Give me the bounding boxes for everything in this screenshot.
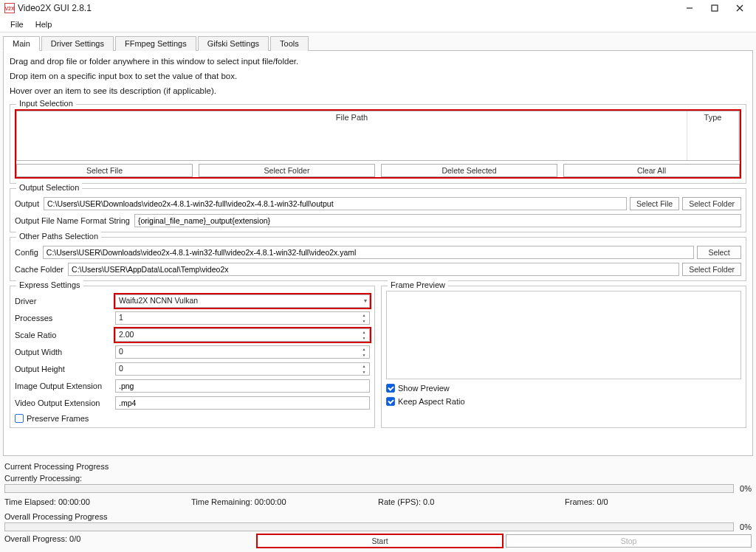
window-minimize-button[interactable]	[678, 1, 701, 15]
output-select-file-button[interactable]: Select File	[630, 197, 679, 210]
tab-gifski-settings[interactable]: Gifski Settings	[198, 36, 269, 51]
tab-ffmpeg-settings[interactable]: FFmpeg Settings	[115, 36, 196, 51]
output-path-field[interactable]	[44, 197, 627, 210]
app-icon: V2X	[4, 3, 15, 13]
input-selection-legend: Input Selection	[16, 99, 76, 108]
overall-progress-title: Overall Processing Progress	[4, 512, 752, 521]
cache-select-folder-button[interactable]: Select Folder	[682, 263, 741, 276]
menu-file[interactable]: File	[4, 18, 30, 31]
driver-select[interactable]: Waifu2X NCNN Vulkan▾	[115, 294, 370, 308]
output-selection-legend: Output Selection	[16, 183, 82, 192]
video-ext-field[interactable]	[115, 396, 370, 410]
scale-label: Scale Ratio	[15, 331, 111, 339]
config-label: Config	[15, 248, 38, 257]
time-remaining-label: Time Remaining: 00:00:00	[191, 497, 378, 506]
height-label: Output Height	[15, 365, 111, 373]
express-legend: Express Settings	[16, 280, 83, 289]
driver-label: Driver	[15, 297, 111, 306]
hint-text-3: Hover over an item to see its descriptio…	[10, 85, 746, 97]
other-paths-legend: Other Paths Selection	[16, 232, 101, 241]
file-list-header-type: Type	[687, 111, 739, 160]
preview-box	[386, 291, 741, 379]
stop-button[interactable]: Stop	[506, 534, 752, 548]
output-select-folder-button[interactable]: Select Folder	[682, 197, 741, 210]
hint-text-1: Drag and drop file or folder anywhere in…	[10, 55, 746, 67]
current-progress-pct: 0%	[740, 484, 752, 493]
window-close-button[interactable]	[728, 1, 752, 15]
clear-all-button[interactable]: Clear All	[563, 164, 740, 177]
overall-progress-bar	[4, 522, 734, 531]
current-progress-bar	[4, 484, 734, 493]
config-select-button[interactable]: Select	[697, 246, 741, 259]
tab-tools[interactable]: Tools	[270, 36, 309, 51]
hint-text-2: Drop item on a specific input box to set…	[10, 70, 746, 82]
processes-label: Processes	[15, 314, 111, 322]
keep-aspect-checkbox[interactable]	[386, 397, 395, 406]
output-width-stepper[interactable]: 0▲▼	[115, 345, 370, 359]
rate-label: Rate (FPS): 0.0	[378, 497, 565, 506]
start-button[interactable]: Start	[257, 534, 503, 548]
output-fmt-field[interactable]	[134, 214, 741, 227]
tab-main[interactable]: Main	[3, 36, 40, 51]
preserve-frames-label: Preserve Frames	[27, 414, 89, 423]
overall-progress-label: Overall Progress: 0/0	[4, 534, 257, 548]
config-path-field[interactable]	[43, 246, 694, 259]
tab-driver-settings[interactable]: Driver Settings	[41, 36, 114, 51]
output-label: Output	[15, 199, 39, 208]
scale-ratio-stepper[interactable]: 2.00▲▼	[115, 328, 370, 342]
window-title: Video2X GUI 2.8.1	[18, 3, 676, 13]
select-file-button[interactable]: Select File	[16, 164, 193, 177]
file-list-header-path: File Path	[17, 111, 687, 160]
show-preview-label: Show Preview	[398, 384, 450, 393]
current-progress-title: Current Processing Progress	[4, 462, 752, 471]
imgext-label: Image Output Extension	[15, 382, 111, 390]
preview-legend: Frame Preview	[388, 280, 448, 289]
cache-path-field[interactable]	[68, 263, 679, 276]
svg-rect-1	[712, 5, 718, 11]
overall-progress-pct: 0%	[740, 522, 752, 531]
preserve-frames-checkbox[interactable]	[15, 414, 24, 423]
keep-aspect-label: Keep Aspect Ratio	[398, 397, 465, 406]
chevron-down-icon: ▾	[364, 297, 367, 304]
delete-selected-button[interactable]: Delete Selected	[381, 164, 557, 177]
image-ext-field[interactable]	[115, 379, 370, 393]
output-height-stepper[interactable]: 0▲▼	[115, 362, 370, 376]
cache-label: Cache Folder	[15, 265, 63, 274]
width-label: Output Width	[15, 348, 111, 356]
file-list[interactable]: File Path Type	[16, 111, 740, 161]
show-preview-checkbox[interactable]	[386, 384, 395, 393]
vidext-label: Video Output Extension	[15, 399, 111, 407]
currently-processing-label: Currently Processing:	[4, 474, 752, 483]
window-maximize-button[interactable]	[703, 1, 726, 15]
select-folder-button[interactable]: Select Folder	[199, 164, 375, 177]
processes-stepper[interactable]: 1▲▼	[115, 311, 370, 325]
frames-label: Frames: 0/0	[565, 497, 752, 506]
output-fmt-label: Output File Name Format String	[15, 216, 130, 225]
time-elapsed-label: Time Elapsed: 00:00:00	[4, 497, 191, 506]
menu-help[interactable]: Help	[30, 18, 58, 31]
